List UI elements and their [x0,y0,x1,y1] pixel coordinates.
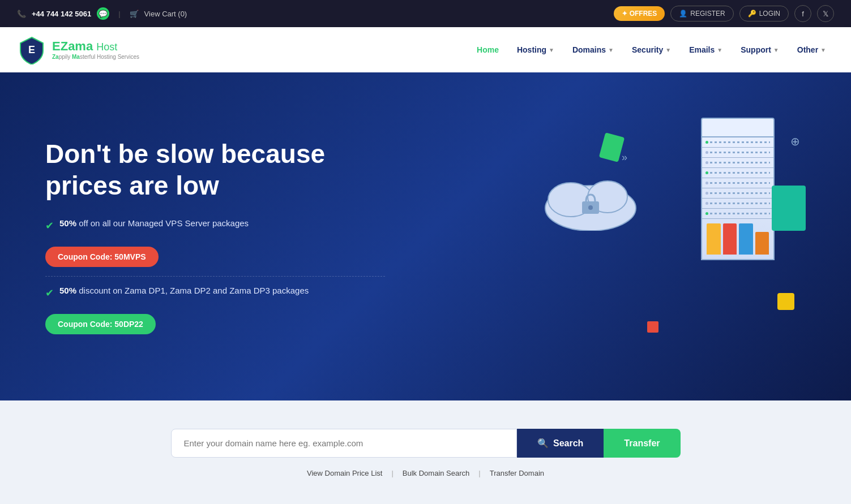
float-green-shape [599,132,625,162]
bulk-domain-search-link[interactable]: Bulk Domain Search [394,469,479,477]
hero-content: Don't be slow because prices are low ✔ 5… [45,139,385,334]
float-teal-shape [772,186,806,231]
float-red-shape [647,321,658,333]
transfer-domain-link[interactable]: Transfer Domain [481,469,553,477]
phone-number: +44 744 142 5061 [32,10,91,18]
nav-other[interactable]: Other ▼ [789,41,834,59]
support-arrow-icon: ▼ [773,47,779,53]
circuit-decoration: ⊕ [790,135,800,148]
offer-1-text: 50% off on all our Managed VPS Server pa… [59,218,249,228]
register-button[interactable]: 👤 REGISTER [670,6,733,21]
view-domain-price-list-link[interactable]: View Domain Price List [298,469,391,477]
topbar-left: 📞 +44 744 142 5061 💬 | 🛒 View Cart (0) [17,7,187,20]
server-tower [692,118,783,260]
search-button[interactable]: 🔍 Search [517,429,604,458]
brand-e: E [52,39,61,53]
brand-name: EZama Host [52,39,139,54]
facebook-button[interactable]: f [794,5,811,22]
svg-text:E: E [28,44,35,55]
divider: | [118,10,120,18]
logo-shield-icon: E [17,35,46,64]
cart-icon: 🛒 [130,10,139,18]
login-icon: 🔑 [748,10,756,18]
tagline: Zappily Masterful Hosting Services [52,54,139,61]
nav-support[interactable]: Support ▼ [733,41,787,59]
cart-link[interactable]: View Cart (0) [144,10,187,18]
nav-emails[interactable]: Emails ▼ [681,41,730,59]
offer-2-text: 50% discount on Zama DP1, Zama DP2 and Z… [59,286,309,295]
security-arrow-icon: ▼ [665,47,671,53]
arrows-icon: » [622,152,627,163]
logo[interactable]: E EZama Host Zappily Masterful Hosting S… [17,35,139,64]
search-icon: 🔍 [537,438,549,449]
login-label: LOGIN [759,10,780,18]
svg-point-5 [588,205,593,210]
domain-links: View Domain Price List | Bulk Domain Sea… [298,469,553,477]
topbar: 📞 +44 744 142 5061 💬 | 🛒 View Cart (0) ✦… [0,0,851,27]
nav-home[interactable]: Home [469,41,507,59]
logo-text: EZama Host Zappily Masterful Hosting Ser… [52,39,139,61]
navbar: E EZama Host Zappily Masterful Hosting S… [0,27,851,72]
hosting-arrow-icon: ▼ [549,47,554,53]
hero-title: Don't be slow because prices are low [45,139,385,201]
other-arrow-icon: ▼ [820,47,826,53]
coupon-vps-button[interactable]: Coupon Code: 50MVPS [45,247,159,267]
transfer-button[interactable]: Transfer [604,429,680,458]
twitter-button[interactable]: 𝕏 [817,5,834,22]
domains-arrow-icon: ▼ [608,47,614,53]
emails-arrow-icon: ▼ [717,47,722,53]
brand-host: Host [96,41,117,53]
register-icon: 👤 [679,10,687,18]
offer-2: ✔ 50% discount on Zama DP1, Zama DP2 and… [45,286,385,299]
offer-1: ✔ 50% off on all our Managed VPS Server … [45,218,385,232]
nav-security[interactable]: Security ▼ [624,41,679,59]
check-icon-2: ✔ [45,287,54,299]
login-button[interactable]: 🔑 LOGIN [739,6,789,21]
coupon-dp-button[interactable]: Coupon Code: 50DP22 [45,314,156,334]
hero-illustration: » ⊕ [534,118,806,355]
check-icon-1: ✔ [45,219,54,232]
topbar-right: ✦ OFFRES 👤 REGISTER 🔑 LOGIN f 𝕏 [614,5,834,22]
nav-domains[interactable]: Domains ▼ [565,41,622,59]
offres-button[interactable]: ✦ OFFRES [614,6,665,21]
hero-section: Don't be slow because prices are low ✔ 5… [0,72,851,400]
domain-search-section: 🔍 Search Transfer View Domain Price List… [0,400,851,504]
whatsapp-icon[interactable]: 💬 [97,7,109,20]
nav-hosting[interactable]: Hosting ▼ [509,41,562,59]
domain-search-bar: 🔍 Search Transfer [171,429,681,458]
offer-divider [45,276,385,277]
twitter-icon: 𝕏 [823,10,828,18]
nav-links: Home Hosting ▼ Domains ▼ Security ▼ Emai… [469,41,834,59]
float-yellow-shape [777,293,794,310]
domain-search-input[interactable] [171,429,517,458]
phone-icon: 📞 [17,10,26,18]
register-label: REGISTER [690,10,725,18]
facebook-icon: f [802,10,804,18]
cloud-lock-icon [540,163,642,231]
